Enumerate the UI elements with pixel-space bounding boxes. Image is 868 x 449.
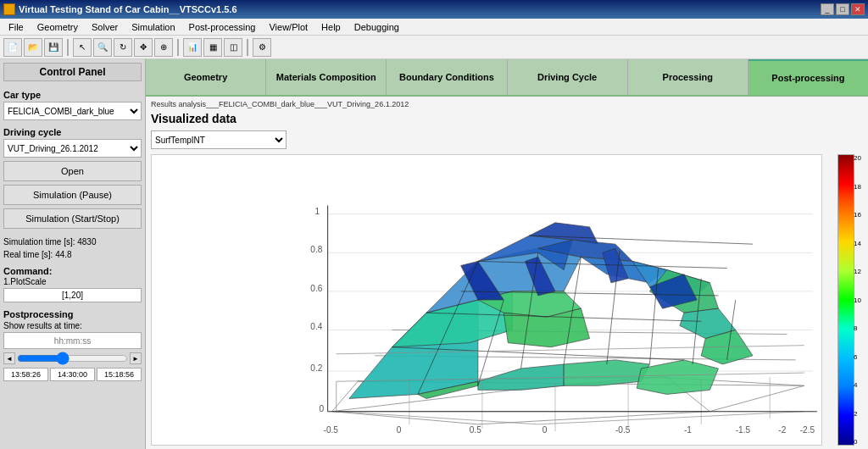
content-area: Results analysis___FELICIA_COMBI_dark_bl… (146, 97, 868, 449)
svg-text:0.2: 0.2 (310, 363, 322, 373)
show-results-label: Show results at time: (3, 321, 142, 330)
colorbar-val-10: 10 (854, 297, 861, 304)
visualized-title: Visualized data (151, 112, 863, 125)
colorbar-val-6: 6 (854, 353, 861, 361)
slider-right-arrow[interactable]: ► (130, 352, 142, 364)
colorbar-val-2: 2 (854, 410, 861, 418)
control-panel: Control Panel Car type FELICIA_COMBI_dar… (0, 59, 146, 449)
tab-boundary[interactable]: Boundary Conditions (387, 59, 507, 95)
driving-cycle-label: Driving cycle (3, 127, 142, 137)
main-layout: Control Panel Car type FELICIA_COMBI_dar… (0, 59, 868, 449)
timestamp-2[interactable]: 14:30:00 (50, 368, 95, 381)
colorbar-val-20: 20 (854, 154, 861, 162)
colorbar-val-18: 18 (854, 183, 861, 191)
timestamp-3[interactable]: 15:18:56 (97, 368, 142, 381)
svg-text:0.6: 0.6 (310, 284, 322, 293)
real-time: Real time [s]: 44.8 (3, 248, 142, 261)
colorbar-val-0: 0 (854, 438, 861, 446)
menu-bar: File Geometry Solver Simulation Post-pro… (0, 19, 868, 36)
minimize-button[interactable]: _ (821, 3, 834, 15)
svg-text:0.5: 0.5 (470, 425, 481, 435)
colorbar: 20 18 16 14 12 10 8 6 4 2 0 (829, 154, 863, 446)
svg-text:-2.5: -2.5 (800, 425, 815, 435)
command-label: Command: (3, 266, 142, 276)
maximize-button[interactable]: □ (836, 3, 849, 15)
time-input[interactable] (3, 332, 142, 349)
svg-text:0.4: 0.4 (310, 322, 322, 331)
open-button[interactable]: Open (3, 161, 142, 181)
menu-simulation[interactable]: Simulation (125, 20, 181, 34)
toolbar-action1[interactable]: ⊕ (154, 38, 173, 57)
toolbar: 📄 📂 💾 ↖ 🔍 ↻ ✥ ⊕ 📊 ▦ ◫ ⚙ (0, 36, 868, 59)
slider-left-arrow[interactable]: ◄ (3, 352, 15, 364)
driving-cycle-select[interactable]: VUT_Driving_26.1.2012 (3, 139, 142, 158)
simulation-startstop-button[interactable]: Simulation (Start/Stop) (3, 208, 142, 229)
menu-postprocessing[interactable]: Post-processing (182, 20, 263, 34)
toolbar-plot2[interactable]: ▦ (203, 38, 222, 57)
toolbar-sep1 (67, 39, 69, 56)
toolbar-settings[interactable]: ⚙ (253, 38, 271, 57)
svg-text:-2: -2 (778, 425, 786, 435)
svg-text:-0.5: -0.5 (324, 425, 339, 435)
svg-text:-1: -1 (684, 425, 692, 435)
car-type-label: Car type (3, 90, 142, 100)
toolbar-open[interactable]: 📂 (24, 38, 42, 57)
plot-svg: -0.5 0 0.5 0 -0.5 -1 -1.5 -2 -2.5 0 0.2 … (152, 155, 821, 445)
close-button[interactable]: ✕ (851, 3, 865, 15)
svg-text:0: 0 (320, 404, 325, 413)
simulation-time: Simulation time [s]: 4830 (3, 236, 142, 248)
toolbar-plot3[interactable]: ◫ (224, 38, 242, 57)
breadcrumb: Results analysis___FELICIA_COMBI_dark_bl… (151, 100, 863, 108)
command-range: [1,20] (3, 288, 142, 302)
svg-text:1: 1 (314, 207, 320, 216)
postprocessing-label: Postprocessing (3, 309, 142, 319)
colorbar-val-16: 16 (854, 211, 861, 219)
title-bar: Virtual Testing Stand of Car Cabin__VTSC… (0, 0, 868, 19)
colorbar-val-14: 14 (854, 240, 861, 247)
toolbar-new[interactable]: 📄 (3, 38, 22, 57)
timestamps-row: 13:58:26 14:30:00 15:18:56 (3, 368, 142, 381)
tab-postprocessing[interactable]: Post-processing (748, 59, 868, 95)
command-value: 1.PlotScale (3, 277, 142, 286)
colorbar-val-8: 8 (854, 324, 861, 332)
timestamp-1[interactable]: 13:58:26 (3, 368, 48, 381)
menu-file[interactable]: File (2, 20, 31, 34)
svg-text:0: 0 (397, 425, 402, 435)
control-panel-title: Control Panel (3, 63, 142, 81)
menu-geometry[interactable]: Geometry (31, 20, 85, 34)
svg-text:-1.5: -1.5 (736, 425, 751, 435)
viz-plot: -0.5 0 0.5 0 -0.5 -1 -1.5 -2 -2.5 0 0.2 … (151, 154, 822, 446)
tab-processing[interactable]: Processing (628, 59, 748, 95)
toolbar-plot1[interactable]: 📊 (183, 38, 202, 57)
tab-materials[interactable]: Materials Composition (266, 59, 387, 95)
menu-debugging[interactable]: Debugging (348, 20, 406, 34)
tabs-row: Geometry Materials Composition Boundary … (146, 59, 868, 97)
toolbar-zoom[interactable]: 🔍 (93, 38, 112, 57)
toolbar-sep3 (247, 39, 248, 56)
tab-driving[interactable]: Driving Cycle (508, 59, 628, 95)
viz-container: -0.5 0 0.5 0 -0.5 -1 -1.5 -2 -2.5 0 0.2 … (151, 154, 863, 446)
time-slider[interactable] (17, 352, 128, 364)
simulation-pause-button[interactable]: Simulation (Pause) (3, 185, 142, 205)
svg-text:0.8: 0.8 (310, 245, 322, 254)
toolbar-sep2 (177, 39, 179, 56)
toolbar-pan[interactable]: ✥ (134, 38, 153, 57)
viz-controls: SurfTempINT (151, 130, 863, 149)
colorbar-labels: 20 18 16 14 12 10 8 6 4 2 0 (852, 154, 863, 446)
toolbar-cursor[interactable]: ↖ (73, 38, 92, 57)
menu-viewplot[interactable]: View/Plot (262, 20, 314, 34)
colorbar-val-4: 4 (854, 381, 861, 389)
car-type-select[interactable]: FELICIA_COMBI_dark_blue (3, 102, 142, 120)
menu-solver[interactable]: Solver (85, 20, 125, 34)
svg-text:0: 0 (542, 425, 548, 435)
menu-help[interactable]: Help (314, 20, 348, 34)
viz-dropdown[interactable]: SurfTempINT (151, 130, 287, 149)
toolbar-save[interactable]: 💾 (44, 38, 63, 57)
window-title: Virtual Testing Stand of Car Cabin__VTSC… (19, 4, 237, 14)
app-icon (3, 3, 15, 15)
toolbar-rotate[interactable]: ↻ (114, 38, 132, 57)
slider-row: ◄ ► (3, 352, 142, 364)
colorbar-val-12: 12 (854, 268, 861, 275)
tab-geometry[interactable]: Geometry (146, 59, 266, 95)
right-panel: Geometry Materials Composition Boundary … (146, 59, 868, 449)
